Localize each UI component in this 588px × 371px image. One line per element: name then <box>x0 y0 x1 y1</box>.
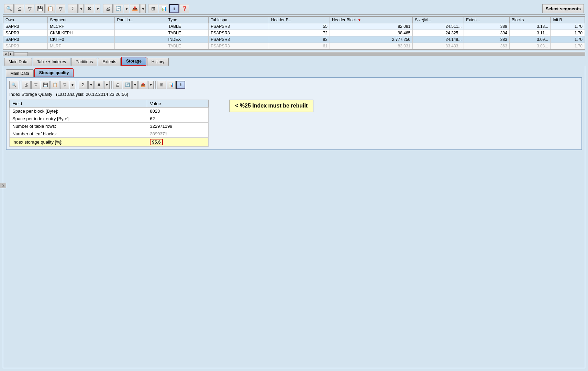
table-row[interactable]: SAPR3 CKMLKEPH TABLE PSAPSR3 72 98.465 2… <box>3 30 585 36</box>
inner-chart-btn[interactable]: 📊 <box>167 81 176 89</box>
toolbar-info-btn[interactable]: ℹ <box>169 4 179 13</box>
tab-main-data[interactable]: Main Data <box>4 58 32 66</box>
cell-partition <box>115 23 166 30</box>
inner-refresh-btn[interactable]: 🔄 <box>123 81 132 89</box>
inner-search-btn[interactable]: 🔍 <box>9 81 18 89</box>
tab-storage[interactable]: Storage <box>121 57 146 66</box>
toolbar-refresh-btn[interactable]: 🔄 <box>113 4 123 13</box>
table-row[interactable]: SAPR3 MLCRF TABLE PSAPSR3 55 82.081 24.5… <box>3 23 585 30</box>
alert-box: < %25 Index must be rebuilt <box>229 100 313 112</box>
segments-table-container: Own... Segment Partitio... Type Tablespa… <box>3 16 585 50</box>
inner-print-btn[interactable]: 🖨 <box>22 81 31 89</box>
inner-filter-btn[interactable]: ▽ <box>31 81 40 89</box>
upper-table-scrollbar[interactable]: ◄ ► <box>3 51 585 57</box>
cell-init: 1.70 <box>551 36 585 43</box>
cell-size: 83.433... <box>413 43 464 49</box>
table-row[interactable]: SAPR3 MLRP TABLE PSAPSR3 61 83.031 83.43… <box>3 43 585 49</box>
table-row[interactable]: SAPR3 CKIT~0 INDEX PSAPSR3 83 2.777.250 … <box>3 36 585 43</box>
scroll-track[interactable] <box>14 52 585 56</box>
inner-sep2 <box>77 81 77 89</box>
toolbar-sep3 <box>146 4 148 13</box>
inner-export-btn[interactable]: 📤 <box>138 81 147 89</box>
cell-blocks: 3.03... <box>509 43 550 49</box>
main-tabs: Main Data Table + Indexes Partitions Ext… <box>3 57 585 66</box>
inner-export-arrow-btn[interactable]: ▾ <box>148 81 154 89</box>
inner-save-btn[interactable]: 💾 <box>41 81 50 89</box>
toolbar-export-btn[interactable]: 📤 <box>130 4 140 13</box>
field-label: Index storage quality [%]: <box>10 138 147 147</box>
tab-history[interactable]: History <box>147 58 169 66</box>
main-panel: Main Data Storage quality 🔍 🖨 ▽ 💾 📋 ▽ ▾ … <box>3 66 585 368</box>
toolbar-sum-arrow-btn[interactable]: ▾ <box>78 4 84 13</box>
inner-info-btn[interactable]: ℹ <box>176 81 185 89</box>
col-type[interactable]: Type <box>166 17 209 23</box>
col-blocks[interactable]: Blocks <box>509 17 550 23</box>
inner-grid-btn[interactable]: ⊞ <box>157 81 166 89</box>
col-extents[interactable]: Exten... <box>464 17 510 23</box>
quality-row-leaf-blocks: Number of leaf blocks: 2899371 <box>10 130 209 138</box>
tab-partitions[interactable]: Partitions <box>71 58 97 66</box>
tab-extents[interactable]: Extents <box>98 58 121 66</box>
cell-type: TABLE <box>166 43 209 49</box>
toolbar-export-arrow-btn[interactable]: ▾ <box>140 4 146 13</box>
inner-copy-btn[interactable]: 📋 <box>51 81 59 89</box>
col-tablespace[interactable]: Tablespa... <box>209 17 269 23</box>
toolbar-grid-btn[interactable]: ⊞ <box>148 4 158 13</box>
inner-print2-btn[interactable]: 🖨 <box>113 81 122 89</box>
toolbar-sum-btn[interactable]: Σ <box>68 4 78 13</box>
cell-segment: CKMLKEPH <box>48 30 115 36</box>
inner-x-arrow-btn[interactable]: ▾ <box>104 81 110 89</box>
field-value: 95.6 <box>147 138 209 147</box>
cell-owner: SAPR3 <box>3 43 48 49</box>
toolbar-filter2-btn[interactable]: ▽ <box>56 4 65 13</box>
col-header-f[interactable]: Header F... <box>269 17 330 23</box>
toolbar-help-btn[interactable]: ❓ <box>179 4 189 13</box>
toolbar-refresh-arrow-btn[interactable]: ▾ <box>124 4 129 13</box>
col-segment[interactable]: Segment <box>48 17 115 23</box>
scroll-left-arrow[interactable]: ◄ <box>3 52 8 56</box>
inner-tabs: Main Data Storage quality <box>6 68 582 77</box>
scroll-right-arrow[interactable]: ► <box>8 52 14 56</box>
toolbar-copy-btn[interactable]: 📋 <box>45 4 55 13</box>
field-label: Number of leaf blocks: <box>10 130 147 138</box>
inner-refresh-arrow-btn[interactable]: ▾ <box>132 81 138 89</box>
inner-filter3-btn[interactable]: ▾ <box>70 81 75 89</box>
cell-owner: SAPR3 <box>3 30 48 36</box>
inner-filter2-btn[interactable]: ▽ <box>60 81 69 89</box>
toolbar-save-btn[interactable]: 💾 <box>35 4 45 13</box>
toolbar-print2-btn[interactable]: 🖨 <box>103 4 113 13</box>
toolbar-x-arrow-btn[interactable]: ▾ <box>95 4 100 13</box>
toolbar-chart-btn[interactable]: 📊 <box>159 4 168 13</box>
quality-table-body: Field Value Space per block [Byte]: 8023… <box>10 100 209 147</box>
select-segments-button[interactable]: Select segments <box>542 4 584 13</box>
col-owner[interactable]: Own... <box>3 17 48 23</box>
inner-sum-btn[interactable]: Σ <box>79 81 88 89</box>
cell-tablespace: PSAPSR3 <box>209 36 269 43</box>
inner-tab-storage-quality[interactable]: Storage quality <box>34 68 74 77</box>
inner-sep3 <box>111 81 112 89</box>
tab-table-indexes[interactable]: Table + Indexes <box>33 58 70 66</box>
cell-tablespace: PSAPSR3 <box>209 43 269 49</box>
toolbar-print-btn[interactable]: 🖨 <box>14 4 24 13</box>
col-size[interactable]: Size(M... <box>413 17 464 23</box>
cell-segment: MLCRF <box>48 23 115 30</box>
cell-header-block: 83.031 <box>330 43 412 49</box>
field-label: Space per block [Byte]: <box>10 108 147 115</box>
inner-panel: 🔍 🖨 ▽ 💾 📋 ▽ ▾ Σ ▾ ✖ ▾ 🖨 🔄 ▾ 📤 ▾ <box>6 77 582 150</box>
col-partition[interactable]: Partitio... <box>115 17 166 23</box>
col-init[interactable]: Init.B <box>551 17 585 23</box>
toolbar-search-btn[interactable]: 🔍 <box>4 4 14 13</box>
col-header-block[interactable]: Header Block <box>330 17 412 23</box>
quality-content-row: Field Value Space per block [Byte]: 8023… <box>9 100 579 147</box>
inner-x-btn[interactable]: ✖ <box>95 81 103 89</box>
inner-sum-arrow-btn[interactable]: ▾ <box>88 81 94 89</box>
inner-sep4 <box>155 81 156 89</box>
quality-row-storage-quality: Index storage quality [%]: 95.6 <box>10 138 209 147</box>
quality-row-table-rows: Number of table rows: 322971199 <box>10 123 209 130</box>
quality-row-space-entry: Space per index entry [Byte]: 62 <box>10 115 209 123</box>
quality-title-text: Index Storage Quality <box>9 92 52 97</box>
inner-tab-main-data[interactable]: Main Data <box>6 69 34 77</box>
toolbar-x-btn[interactable]: ✖ <box>85 4 94 13</box>
toolbar-filter-btn[interactable]: ▽ <box>25 4 34 13</box>
scroll-thumb[interactable] <box>14 52 28 56</box>
